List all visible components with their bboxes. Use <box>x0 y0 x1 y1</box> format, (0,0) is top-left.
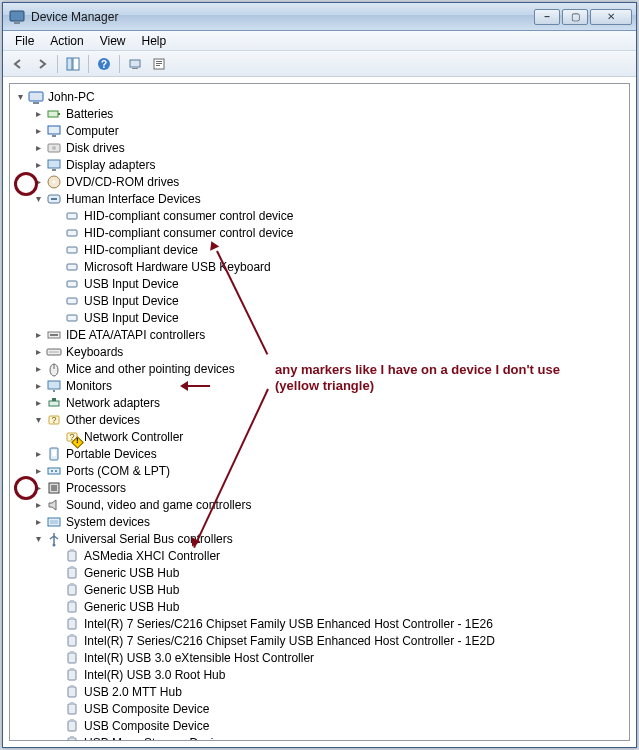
toggle-icon[interactable] <box>32 397 44 409</box>
tree-category[interactable]: Network adapters <box>30 394 627 411</box>
toggle-icon[interactable] <box>32 142 44 154</box>
tree-category[interactable]: Display adapters <box>30 156 627 173</box>
minimize-button[interactable] <box>534 9 560 25</box>
tree-category[interactable]: Disk drives <box>30 139 627 156</box>
tree-device-label: Microsoft Hardware USB Keyboard <box>84 260 271 274</box>
help-button[interactable]: ? <box>93 54 115 74</box>
tree-device[interactable]: USB Mass Storage Device <box>48 734 627 741</box>
tree-category-label: Sound, video and game controllers <box>66 498 251 512</box>
show-hide-tree-button[interactable] <box>62 54 84 74</box>
usbdev-icon <box>64 599 80 615</box>
titlebar: Device Manager <box>3 3 636 31</box>
menu-action[interactable]: Action <box>42 32 91 50</box>
nav-back-button[interactable] <box>7 54 29 74</box>
tree-device[interactable]: HID-compliant device <box>48 241 627 258</box>
toggle-icon[interactable] <box>32 414 44 426</box>
tree-category[interactable]: Computer <box>30 122 627 139</box>
tree-device[interactable]: HID-compliant consumer control device <box>48 224 627 241</box>
tree-device[interactable]: USB Input Device <box>48 275 627 292</box>
window-title: Device Manager <box>31 10 534 24</box>
toggle-icon[interactable] <box>32 533 44 545</box>
tree-category[interactable]: Batteries <box>30 105 627 122</box>
toggle-icon[interactable] <box>32 108 44 120</box>
svg-rect-1 <box>14 22 20 24</box>
nav-forward-button[interactable] <box>31 54 53 74</box>
tree-category[interactable]: ? Other devices <box>30 411 627 428</box>
display-icon <box>46 157 62 173</box>
tree-device[interactable]: USB Input Device <box>48 292 627 309</box>
close-button[interactable] <box>590 9 632 25</box>
tree-pane[interactable]: John-PC Batteries Computer Disk drives D… <box>9 83 630 741</box>
menu-file[interactable]: File <box>7 32 42 50</box>
tree-device[interactable]: Intel(R) USB 3.0 Root Hub <box>48 666 627 683</box>
hiddev-icon <box>64 259 80 275</box>
tree-root-node[interactable]: John-PC <box>12 88 627 105</box>
toggle-icon[interactable] <box>32 448 44 460</box>
tree-device[interactable]: USB Input Device <box>48 309 627 326</box>
menu-help[interactable]: Help <box>134 32 175 50</box>
toggle-icon[interactable] <box>32 380 44 392</box>
svg-rect-42 <box>52 398 56 401</box>
toggle-icon[interactable] <box>32 176 44 188</box>
tree-device[interactable]: ASMedia XHCI Controller <box>48 547 627 564</box>
tree-device[interactable]: Intel(R) USB 3.0 eXtensible Host Control… <box>48 649 627 666</box>
tree-category[interactable]: DVD/CD-ROM drives <box>30 173 627 190</box>
tree-category[interactable]: Processors <box>30 479 627 496</box>
toggle-icon[interactable] <box>32 346 44 358</box>
scan-hardware-button[interactable] <box>124 54 146 74</box>
maximize-button[interactable] <box>562 9 588 25</box>
tree-category[interactable]: IDE ATA/ATAPI controllers <box>30 326 627 343</box>
tree-category[interactable]: Human Interface Devices <box>30 190 627 207</box>
tree-category[interactable]: Sound, video and game controllers <box>30 496 627 513</box>
tree-category[interactable]: System devices <box>30 513 627 530</box>
svg-rect-21 <box>52 169 56 171</box>
tree-device[interactable]: USB 2.0 MTT Hub <box>48 683 627 700</box>
tree-category[interactable]: Monitors <box>30 377 627 394</box>
tree-category[interactable]: Portable Devices <box>30 445 627 462</box>
svg-point-51 <box>55 470 57 472</box>
usbdev-icon <box>64 565 80 581</box>
tree-device[interactable]: ? Network Controller <box>48 428 627 445</box>
tree-category-label: Disk drives <box>66 141 125 155</box>
toggle-icon[interactable] <box>32 329 44 341</box>
tree-device[interactable]: Microsoft Hardware USB Keyboard <box>48 258 627 275</box>
properties-button[interactable] <box>148 54 170 74</box>
tree-device-label: Generic USB Hub <box>84 566 179 580</box>
tree-category-label: IDE ATA/ATAPI controllers <box>66 328 205 342</box>
device-manager-window: Device Manager File Action View Help ? J… <box>2 2 637 748</box>
tree-device[interactable]: Generic USB Hub <box>48 581 627 598</box>
tree-device[interactable]: Generic USB Hub <box>48 598 627 615</box>
menu-view[interactable]: View <box>92 32 134 50</box>
tree-category[interactable]: Universal Serial Bus controllers <box>30 530 627 547</box>
tree-category[interactable]: Keyboards <box>30 343 627 360</box>
toggle-icon[interactable] <box>32 159 44 171</box>
tree-category-label: Ports (COM & LPT) <box>66 464 170 478</box>
tree-device[interactable]: USB Composite Device <box>48 717 627 734</box>
tree-category-label: Display adapters <box>66 158 155 172</box>
toggle-icon[interactable] <box>32 193 44 205</box>
tree-device-label: Generic USB Hub <box>84 600 179 614</box>
tree-device[interactable]: USB Composite Device <box>48 700 627 717</box>
toggle-icon[interactable] <box>32 482 44 494</box>
usbdev-icon <box>64 701 80 717</box>
toggle-icon[interactable] <box>32 125 44 137</box>
toggle-icon[interactable] <box>32 363 44 375</box>
tree-device[interactable]: Generic USB Hub <box>48 564 627 581</box>
tree-category-label: Mice and other pointing devices <box>66 362 235 376</box>
tree-device[interactable]: HID-compliant consumer control device <box>48 207 627 224</box>
svg-rect-40 <box>53 390 55 392</box>
tree-category[interactable]: Mice and other pointing devices <box>30 360 627 377</box>
tree-device[interactable]: Intel(R) 7 Series/C216 Chipset Family US… <box>48 615 627 632</box>
toggle-icon[interactable] <box>32 499 44 511</box>
svg-rect-74 <box>70 685 74 688</box>
svg-point-50 <box>51 470 53 472</box>
toggle-icon[interactable] <box>32 465 44 477</box>
toggle-icon[interactable] <box>14 91 26 103</box>
svg-rect-29 <box>67 264 77 270</box>
svg-point-56 <box>53 543 56 546</box>
tree-category[interactable]: Ports (COM & LPT) <box>30 462 627 479</box>
tree-category-label: Monitors <box>66 379 112 393</box>
toggle-icon[interactable] <box>32 516 44 528</box>
tree-device[interactable]: Intel(R) 7 Series/C216 Chipset Family US… <box>48 632 627 649</box>
svg-rect-9 <box>156 61 162 62</box>
